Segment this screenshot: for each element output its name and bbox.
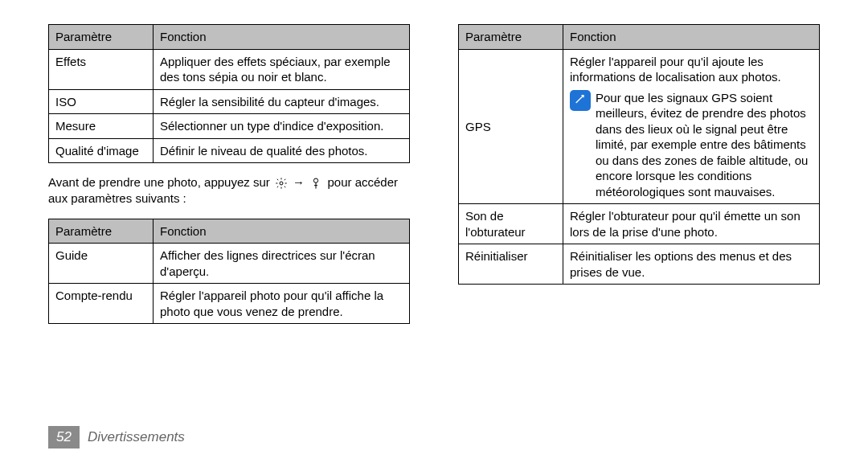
param-cell: ISO xyxy=(49,89,154,114)
table-row: Qualité d'image Définir le niveau de qua… xyxy=(49,138,410,163)
table-row: Mesure Sélectionner un type d'indice d'e… xyxy=(49,114,410,139)
arrow-text: → xyxy=(293,175,305,189)
note-icon xyxy=(570,90,591,111)
func-cell: Régler l'appareil photo pour qu'il affic… xyxy=(154,284,410,324)
table-header-func: Fonction xyxy=(154,219,410,244)
param-cell: Réinitialiser xyxy=(459,244,563,285)
param-cell: Guide xyxy=(49,244,154,284)
func-cell: Régler l'appareil pour qu'il ajoute les … xyxy=(563,49,820,204)
intertext: Avant de prendre une photo, appuyez sur … xyxy=(48,174,410,207)
table-header-param: Paramètre xyxy=(49,25,154,50)
settings-table-1: Paramètre Fonction Effets Appliquer des … xyxy=(48,24,410,163)
param-cell: Effets xyxy=(49,49,154,89)
gear-icon xyxy=(275,177,288,190)
intertext-before: Avant de prendre une photo, appuyez sur xyxy=(48,175,273,189)
param-cell: Son de l'obturateur xyxy=(459,204,563,244)
func-cell: Régler la sensibilité du capteur d'image… xyxy=(154,89,410,114)
svg-point-0 xyxy=(280,182,283,185)
table-header-func: Fonction xyxy=(154,25,410,50)
table-header-param: Paramètre xyxy=(49,219,154,244)
func-text: Régler l'appareil pour qu'il ajoute les … xyxy=(570,54,813,85)
svg-point-1 xyxy=(314,178,318,182)
section-title: Divertissements xyxy=(88,429,185,445)
right-column: Paramètre Fonction GPS Régler l'appareil… xyxy=(458,24,820,324)
page-footer: 52 Divertissements xyxy=(48,426,185,448)
table-row: Son de l'obturateur Régler l'obturateur … xyxy=(459,204,820,244)
func-cell: Régler l'obturateur pour qu'il émette un… xyxy=(563,204,820,244)
table-row: Réinitialiser Réinitialiser les options … xyxy=(459,244,820,285)
param-cell: GPS xyxy=(459,49,563,204)
settings-table-3: Paramètre Fonction GPS Régler l'appareil… xyxy=(458,24,820,285)
page-number: 52 xyxy=(48,426,80,448)
func-cell: Afficher des lignes directrices sur l'éc… xyxy=(154,244,410,284)
func-cell: Sélectionner un type d'indice d'expositi… xyxy=(154,114,410,139)
func-cell: Définir le niveau de qualité des photos. xyxy=(154,138,410,163)
left-column: Paramètre Fonction Effets Appliquer des … xyxy=(48,24,410,324)
func-cell: Réinitialiser les options des menus et d… xyxy=(563,244,820,285)
table-row: Compte-rendu Régler l'appareil photo pou… xyxy=(49,284,410,324)
note-block: Pour que les signaux GPS soient meilleur… xyxy=(570,90,813,200)
param-cell: Qualité d'image xyxy=(49,138,154,163)
param-cell: Mesure xyxy=(49,114,154,139)
table-header-func: Fonction xyxy=(563,25,820,50)
tool-icon xyxy=(309,177,322,190)
table-row: Effets Appliquer des effets spéciaux, pa… xyxy=(49,49,410,89)
note-text: Pour que les signaux GPS soient meilleur… xyxy=(596,90,813,200)
table-header-param: Paramètre xyxy=(459,25,563,50)
param-cell: Compte-rendu xyxy=(49,284,154,324)
settings-table-2: Paramètre Fonction Guide Afficher des li… xyxy=(48,219,410,325)
table-row: GPS Régler l'appareil pour qu'il ajoute … xyxy=(459,49,820,204)
func-cell: Appliquer des effets spéciaux, par exemp… xyxy=(154,49,410,89)
table-row: Guide Afficher des lignes directrices su… xyxy=(49,244,410,284)
table-row: ISO Régler la sensibilité du capteur d'i… xyxy=(49,89,410,114)
